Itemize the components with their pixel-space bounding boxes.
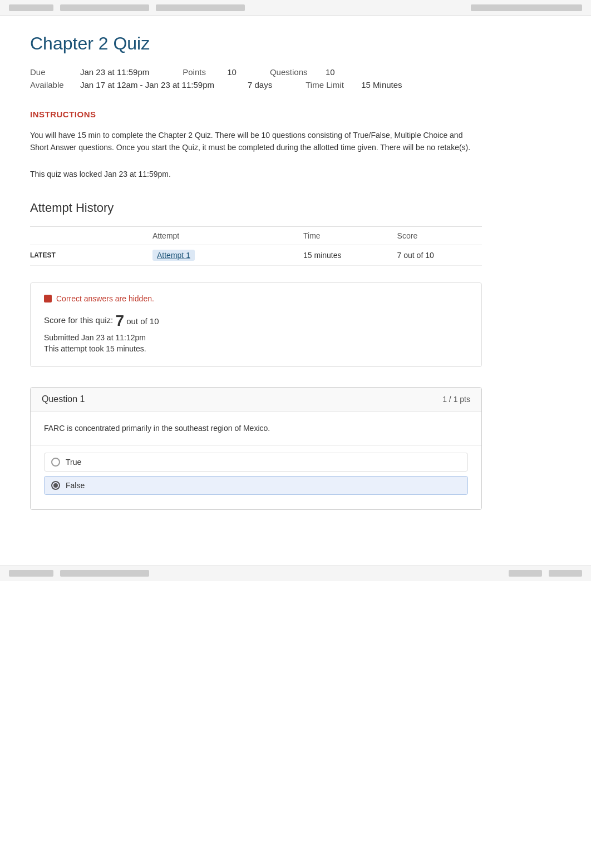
notice-icon bbox=[44, 295, 52, 302]
attempt-link[interactable]: Attempt 1 bbox=[152, 250, 195, 261]
nav-block-right bbox=[471, 4, 582, 11]
attempt-row-attempt: Attempt 1 bbox=[86, 245, 297, 265]
correct-answers-text: Correct answers are hidden. bbox=[56, 294, 154, 303]
attempt-history-table: Attempt Time Score LATEST Attempt 1 15 m… bbox=[30, 226, 482, 266]
nav-block-2 bbox=[60, 4, 149, 11]
attempt-took-line: This attempt took 15 minutes. bbox=[44, 344, 468, 353]
due-value: Jan 23 at 11:59pm bbox=[80, 67, 149, 77]
bottom-nav-block-right bbox=[509, 570, 542, 577]
quiz-title: Chapter 2 Quiz bbox=[30, 33, 482, 54]
attempt-row-label: LATEST bbox=[30, 245, 86, 265]
option-row-true[interactable]: True bbox=[44, 453, 468, 472]
submitted-line: Submitted Jan 23 at 11:12pm bbox=[44, 333, 468, 342]
top-navigation bbox=[0, 0, 591, 16]
option-label-false: False bbox=[66, 481, 85, 490]
attempt-history-title: Attempt History bbox=[30, 201, 482, 215]
col-header-label bbox=[30, 226, 86, 245]
meta-row-1: Due Jan 23 at 11:59pm Points 10 Question… bbox=[30, 67, 482, 77]
correct-answers-notice: Correct answers are hidden. bbox=[44, 294, 468, 303]
question-1-body: FARC is concentrated primarily in the so… bbox=[31, 411, 481, 446]
main-content: Chapter 2 Quiz Due Jan 23 at 11:59pm Poi… bbox=[0, 16, 512, 566]
question-1-pts: 1 / 1 pts bbox=[442, 395, 470, 404]
nav-block-3 bbox=[156, 4, 245, 11]
radio-true bbox=[51, 458, 60, 467]
meta-row-2: Available Jan 17 at 12am - Jan 23 at 11:… bbox=[30, 80, 482, 90]
timelimit-value: 15 Minutes bbox=[361, 80, 402, 90]
question-1-header: Question 1 1 / 1 pts bbox=[31, 388, 481, 411]
available-label: Available bbox=[30, 80, 80, 90]
table-row: LATEST Attempt 1 15 minutes 7 out of 10 bbox=[30, 245, 482, 265]
result-box: Correct answers are hidden. Score for th… bbox=[30, 282, 482, 367]
score-line: Score for this quiz: 7 out of 10 bbox=[44, 312, 468, 330]
bottom-nav-block-1 bbox=[9, 570, 53, 577]
option-row-false[interactable]: False bbox=[44, 476, 468, 495]
bottom-navigation bbox=[0, 566, 591, 581]
col-header-score: Score bbox=[391, 226, 482, 245]
score-suffix: out of 10 bbox=[126, 316, 159, 325]
instructions-section-title: INSTRUCTIONS bbox=[30, 110, 482, 119]
questions-label: Questions bbox=[270, 67, 326, 77]
nav-block-1 bbox=[9, 4, 53, 11]
attempt-row-score: 7 out of 10 bbox=[391, 245, 482, 265]
attempt-row-time: 15 minutes bbox=[297, 245, 391, 265]
points-label: Points bbox=[183, 67, 227, 77]
bottom-nav-block-right2 bbox=[549, 570, 582, 577]
col-header-time: Time bbox=[297, 226, 391, 245]
question-1-block: Question 1 1 / 1 pts FARC is concentrate… bbox=[30, 387, 482, 510]
available-value: Jan 17 at 12am - Jan 23 at 11:59pm bbox=[80, 80, 214, 90]
radio-false bbox=[51, 481, 60, 490]
score-label: Score for this quiz: bbox=[44, 315, 113, 325]
points-value: 10 bbox=[227, 67, 237, 77]
table-header-row: Attempt Time Score bbox=[30, 226, 482, 245]
instructions-body: You will have 15 min to complete the Cha… bbox=[30, 129, 482, 154]
due-label: Due bbox=[30, 67, 80, 77]
timelimit-label: Time Limit bbox=[306, 80, 361, 90]
question-1-title: Question 1 bbox=[42, 394, 85, 404]
days-value: 7 days bbox=[248, 80, 272, 90]
question-1-options: True False bbox=[31, 446, 481, 509]
col-header-attempt: Attempt bbox=[86, 226, 297, 245]
option-label-true: True bbox=[66, 458, 81, 467]
score-number: 7 bbox=[115, 312, 124, 329]
bottom-nav-block-2 bbox=[60, 570, 149, 577]
locked-notice: This quiz was locked Jan 23 at 11:59pm. bbox=[30, 170, 482, 178]
quiz-meta: Due Jan 23 at 11:59pm Points 10 Question… bbox=[30, 67, 482, 90]
questions-value: 10 bbox=[326, 67, 335, 77]
